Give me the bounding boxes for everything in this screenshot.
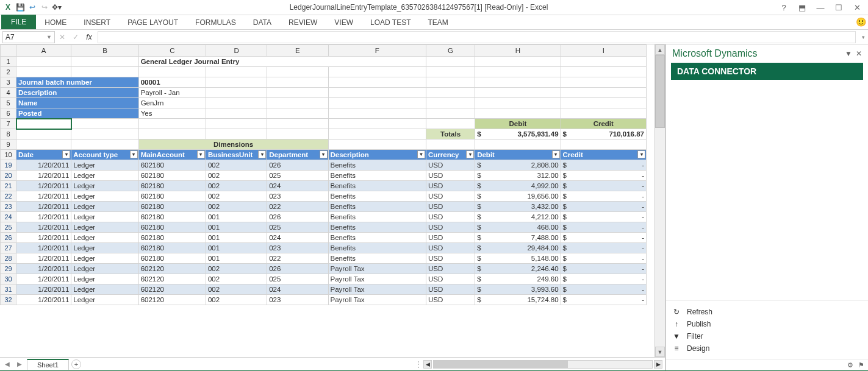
name-box[interactable]: A7 ▼ [2, 31, 55, 43]
table-header[interactable]: MainAccount▾ [138, 150, 206, 160]
tab-view[interactable]: VIEW [326, 16, 362, 29]
table-header[interactable]: BusinessUnit▾ [206, 150, 267, 160]
filter-icon: ▼ [672, 332, 681, 341]
undo-icon[interactable]: ↩ [27, 2, 38, 13]
taskpane-action-refresh[interactable]: ↻Refresh [672, 306, 862, 318]
table-row[interactable]: 321/20/2011Ledger602120002023Payroll Tax… [1, 295, 647, 305]
column-header[interactable]: E [267, 45, 328, 57]
table-header[interactable]: Currency▾ [426, 150, 475, 160]
table-row[interactable]: 291/20/2011Ledger602120002026Payroll Tax… [1, 264, 647, 274]
column-header[interactable]: G [426, 45, 475, 57]
expand-formula-bar-icon[interactable]: ▾ [858, 34, 868, 40]
minimize-icon[interactable]: — [812, 2, 829, 13]
filter-dropdown-icon[interactable]: ▾ [637, 150, 645, 158]
redo-icon[interactable]: ↪ [39, 2, 50, 13]
taskpane-action-design[interactable]: ≡Design [672, 342, 862, 355]
table-row[interactable]: 301/20/2011Ledger602120002025Payroll Tax… [1, 274, 647, 284]
totals-label: Totals [426, 129, 475, 140]
filter-dropdown-icon[interactable]: ▾ [62, 150, 70, 158]
maximize-icon[interactable]: ☐ [830, 2, 847, 13]
insert-function-icon[interactable]: fx [83, 31, 95, 43]
sheet-nav-prev-icon[interactable]: ◀ [2, 361, 12, 367]
active-cell[interactable] [16, 119, 71, 129]
column-header[interactable]: F [328, 45, 426, 57]
taskpane-action-publish[interactable]: ↑Publish [672, 318, 862, 330]
filter-dropdown-icon[interactable]: ▾ [466, 150, 474, 158]
tab-review[interactable]: REVIEW [280, 16, 326, 29]
table-row[interactable]: 191/20/2011Ledger602180002026BenefitsUSD… [1, 160, 647, 171]
table-row[interactable]: 261/20/2011Ledger602180001024BenefitsUSD… [1, 233, 647, 243]
filter-dropdown-icon[interactable]: ▼ [417, 150, 425, 158]
task-pane-options-icon[interactable]: ▼ [845, 49, 852, 58]
table-row[interactable]: 241/20/2011Ledger602180001026BenefitsUSD… [1, 212, 647, 222]
hscroll-right-icon[interactable]: ▶ [654, 360, 662, 369]
ribbon-display-icon[interactable]: ⬒ [794, 2, 811, 13]
table-header[interactable]: Debit▾ [475, 150, 561, 160]
task-pane-flag-icon[interactable]: ⚑ [858, 361, 864, 369]
new-sheet-icon[interactable]: + [71, 359, 81, 369]
table-row[interactable]: 231/20/2011Ledger602180002022BenefitsUSD… [1, 202, 647, 212]
column-header[interactable]: C [138, 45, 206, 57]
tab-team[interactable]: TEAM [419, 16, 456, 29]
vertical-scrollbar[interactable]: ▲ ▼ [655, 44, 665, 357]
table-header[interactable]: Description▼ [328, 150, 426, 160]
info-label: Journal batch number [16, 77, 139, 88]
filter-dropdown-icon[interactable]: ▾ [320, 150, 328, 158]
sheet-nav-next-icon[interactable]: ▶ [15, 361, 24, 367]
tab-file[interactable]: FILE [1, 15, 36, 29]
info-value: Payroll - Jan [138, 88, 206, 98]
table-row[interactable]: 281/20/2011Ledger602180001022BenefitsUSD… [1, 253, 647, 264]
excel-app-icon[interactable]: X [2, 2, 13, 13]
hscroll-left-icon[interactable]: ◀ [423, 360, 432, 369]
filter-dropdown-icon[interactable]: ▾ [552, 150, 560, 158]
window-title: LedgerJournalLineEntryTemplate_635702638… [62, 3, 775, 12]
close-icon[interactable]: ✕ [848, 2, 866, 13]
table-row[interactable]: 311/20/2011Ledger602120002024Payroll Tax… [1, 284, 647, 295]
accept-formula-icon[interactable]: ✓ [70, 31, 82, 43]
vscroll-thumb[interactable] [655, 55, 665, 128]
table-header[interactable]: Department▾ [267, 150, 328, 160]
ribbon-tabs: FILE HOMEINSERTPAGE LAYOUTFORMULASDATARE… [0, 15, 868, 30]
table-header[interactable]: Credit▾ [561, 150, 646, 160]
filter-dropdown-icon[interactable]: ▾ [130, 150, 138, 158]
filter-dropdown-icon[interactable]: ▾ [258, 150, 266, 158]
scroll-down-icon[interactable]: ▼ [655, 347, 665, 357]
filter-dropdown-icon[interactable]: ▾ [197, 150, 205, 158]
feedback-smiley-icon[interactable]: 🙂 [853, 15, 868, 29]
column-header[interactable]: H [475, 45, 561, 57]
help-icon[interactable]: ? [775, 2, 792, 13]
column-header[interactable]: D [206, 45, 267, 57]
column-header[interactable]: I [561, 45, 646, 57]
name-box-dropdown-icon[interactable]: ▼ [46, 34, 52, 40]
table-row[interactable]: 211/20/2011Ledger602180002024BenefitsUSD… [1, 181, 647, 191]
horizontal-scrollbar[interactable] [433, 360, 653, 369]
table-row[interactable]: 271/20/2011Ledger602180001023BenefitsUSD… [1, 243, 647, 253]
tab-home[interactable]: HOME [36, 16, 75, 29]
formula-bar[interactable] [98, 31, 856, 43]
column-header[interactable]: A [16, 45, 71, 57]
column-header[interactable]: B [71, 45, 138, 57]
tab-insert[interactable]: INSERT [75, 16, 119, 29]
table-row[interactable]: 221/20/2011Ledger602180002023BenefitsUSD… [1, 191, 647, 202]
scroll-up-icon[interactable]: ▲ [655, 44, 665, 55]
table-header[interactable]: Date▾ [16, 150, 71, 160]
spreadsheet-grid[interactable]: ABCDEFGHI1General Ledger Journal Entry23… [0, 44, 647, 305]
task-pane-settings-icon[interactable]: ⚙ [847, 361, 853, 369]
save-icon[interactable]: 💾 [15, 2, 26, 13]
cancel-formula-icon[interactable]: ✕ [56, 31, 68, 43]
tab-formulas[interactable]: FORMULAS [187, 16, 245, 29]
hscroll-thumb[interactable] [434, 361, 568, 368]
window-controls: ? ⬒ — ☐ ✕ [775, 2, 866, 13]
formula-bar-row: A7 ▼ ✕ ✓ fx ▾ [0, 30, 868, 44]
tab-data[interactable]: DATA [245, 16, 280, 29]
tab-load-test[interactable]: LOAD TEST [362, 16, 419, 29]
tab-page-layout[interactable]: PAGE LAYOUT [119, 16, 187, 29]
table-row[interactable]: 251/20/2011Ledger602180001025BenefitsUSD… [1, 222, 647, 233]
task-pane-close-icon[interactable]: ✕ [856, 49, 862, 58]
taskpane-action-label: Refresh [687, 308, 712, 316]
taskpane-action-filter[interactable]: ▼Filter [672, 330, 862, 342]
table-header[interactable]: Account type▾ [71, 150, 138, 160]
sheet-tab-sheet1[interactable]: Sheet1 [27, 359, 69, 370]
touch-mode-icon[interactable]: ✥▾ [51, 2, 62, 13]
table-row[interactable]: 201/20/2011Ledger602180002025BenefitsUSD… [1, 171, 647, 181]
